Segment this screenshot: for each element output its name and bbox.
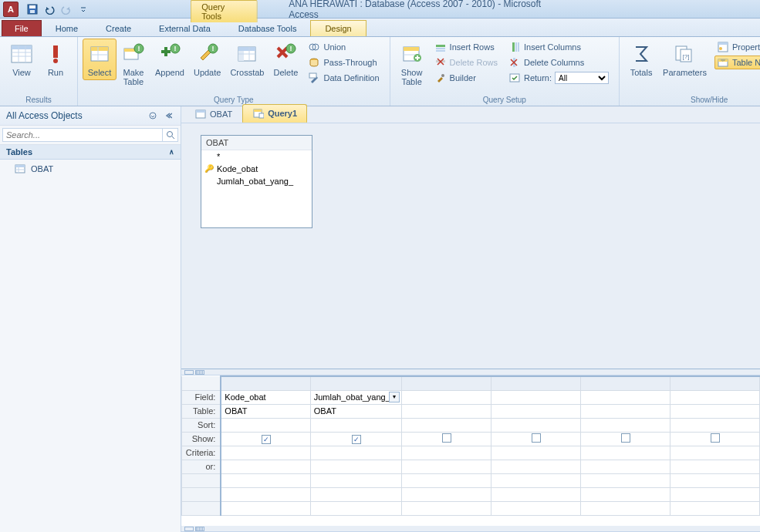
grid-cell[interactable] [491,460,581,473]
column-selector[interactable] [581,376,670,390]
search-input[interactable] [2,128,163,142]
delete-columns-button[interactable]: Delete Columns [506,56,611,69]
update-button[interactable]: ! Update [189,39,225,80]
table-box-obat[interactable]: OBAT * 🔑Kode_obat Jumlah_obat_yang_ [201,135,312,228]
table-names-button[interactable]: xyzTable Names [714,56,760,69]
grid-cell[interactable] [670,418,760,432]
datadef-button[interactable]: Data Definition [306,71,381,85]
splitter-grid-icon[interactable] [195,370,204,375]
file-tab[interactable]: File [2,20,42,36]
grid-cell[interactable] [581,432,670,446]
grid-cell[interactable] [670,390,760,404]
property-sheet-button[interactable]: Property Sheet [714,40,760,54]
splitter-left-icon[interactable] [184,370,194,375]
nav-section-tables[interactable]: Tables ∧ [0,145,181,160]
totals-button[interactable]: Totals [624,39,658,80]
grid-cell[interactable]: ✓ [221,432,310,446]
grid-cell[interactable]: OBAT [310,404,402,418]
show-checkbox[interactable] [711,433,720,443]
show-table-button[interactable]: Show Table [395,39,429,89]
grid-scroll-footer[interactable] [181,526,760,532]
show-checkbox[interactable]: ✓ [352,435,361,444]
tab-external-data[interactable]: External Data [145,21,225,36]
field-item-jumlah[interactable]: Jumlah_obat_yang_ [201,175,312,187]
scroll-grid-icon[interactable] [195,527,204,531]
query-design-surface[interactable]: OBAT * 🔑Kode_obat Jumlah_obat_yang_ [181,123,760,369]
grid-cell[interactable] [491,432,581,446]
doc-tab-obat[interactable]: OBAT [184,105,242,123]
show-checkbox[interactable] [621,433,630,443]
show-checkbox[interactable] [442,433,451,443]
make-table-button[interactable]: ! Make Table [117,39,150,89]
grid-cell[interactable] [581,404,670,418]
grid-cell[interactable] [310,460,402,473]
union-button[interactable]: Union [306,40,381,54]
nav-header[interactable]: All Access Objects [0,106,181,126]
delete-query-button[interactable]: ! Delete [269,39,302,80]
grid-cell[interactable]: Kode_obat [221,390,310,404]
scroll-left-icon[interactable] [184,527,194,531]
insert-columns-button[interactable]: Insert Columns [506,40,611,54]
builder-button[interactable]: Builder [432,71,500,85]
field-item-kode-obat[interactable]: 🔑Kode_obat [201,163,312,175]
grid-cell[interactable] [402,432,491,446]
grid-cell[interactable] [491,446,581,460]
nav-item-obat[interactable]: OBAT [0,160,181,178]
insert-rows-button[interactable]: Insert Rows [432,40,500,54]
tab-database-tools[interactable]: Database Tools [225,21,311,36]
save-icon[interactable] [25,2,40,16]
nav-filter-icon[interactable] [147,109,159,122]
tab-create[interactable]: Create [92,21,145,36]
grid-cell[interactable] [670,446,760,460]
grid-cell[interactable] [402,446,491,460]
grid-cell[interactable]: ✓ [310,432,402,446]
show-checkbox[interactable] [532,433,541,443]
doc-tab-query1[interactable]: Query1 [242,104,307,123]
grid-cell-active[interactable]: Jumlah_obat_yang_di▾ [310,390,402,404]
grid-cell[interactable] [491,390,581,404]
parameters-button[interactable]: [?] Parameters [658,39,711,80]
return-select[interactable]: All [555,72,609,84]
passthrough-button[interactable]: Pass-Through [306,56,381,69]
grid-cell[interactable] [402,418,491,432]
tab-home[interactable]: Home [42,21,92,36]
search-button[interactable] [163,128,178,142]
append-button[interactable]: ! Append [150,39,189,80]
design-splitter[interactable] [181,369,760,375]
select-query-button[interactable]: Select [83,39,117,80]
grid-cell[interactable] [581,446,670,460]
field-item-star[interactable]: * [201,150,312,163]
column-selector[interactable] [221,376,310,390]
grid-cell[interactable] [402,390,491,404]
run-button[interactable]: Run [39,39,73,80]
grid-cell[interactable] [491,418,581,432]
grid-cell[interactable] [670,460,760,473]
column-selector[interactable] [402,376,491,390]
return-control[interactable]: Return: All [506,71,611,85]
grid-cell[interactable] [221,418,310,432]
grid-cell[interactable] [670,404,760,418]
grid-cell[interactable] [581,460,670,473]
view-button[interactable]: View [5,39,39,80]
grid-cell[interactable] [310,446,402,460]
grid-cell[interactable] [310,418,402,432]
grid-cell[interactable]: OBAT [221,404,310,418]
crosstab-button[interactable]: Crosstab [225,39,269,80]
show-checkbox[interactable]: ✓ [262,435,271,444]
grid-cell[interactable] [581,390,670,404]
dropdown-icon[interactable]: ▾ [389,392,400,402]
grid-cell[interactable] [221,460,310,473]
redo-icon[interactable] [59,2,74,16]
grid-cell[interactable] [221,446,310,460]
grid-cell[interactable] [670,432,760,446]
column-selector[interactable] [491,376,581,390]
grid-cell[interactable] [491,404,581,418]
grid-cell[interactable] [402,404,491,418]
undo-icon[interactable] [42,2,57,16]
grid-cell[interactable] [402,460,491,473]
app-icon[interactable]: A [3,2,19,17]
tab-design[interactable]: Design [310,20,366,36]
column-selector[interactable] [670,376,760,390]
qat-dropdown-icon[interactable] [76,2,91,16]
grid-cell[interactable] [581,418,670,432]
